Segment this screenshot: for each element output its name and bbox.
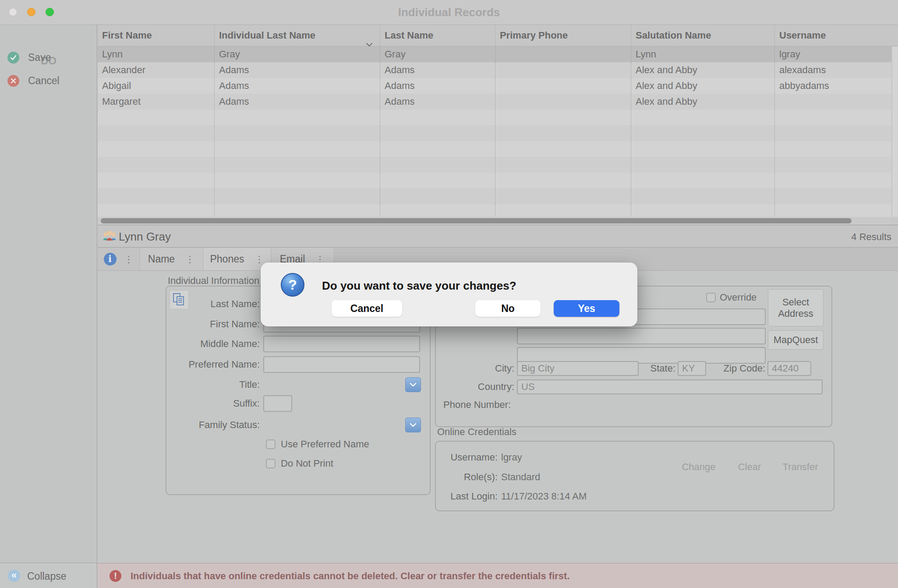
column-header-primary-phone[interactable]: Primary Phone bbox=[495, 25, 631, 46]
tab-label: Name bbox=[148, 253, 175, 265]
record-name: Lynn Gray bbox=[119, 230, 171, 244]
record-header-bar: Lynn Gray 4 Results bbox=[98, 225, 898, 248]
group-title: Individual Information bbox=[168, 275, 259, 287]
field-label: Title: bbox=[98, 376, 260, 393]
family-status-dropdown-button[interactable] bbox=[405, 418, 421, 432]
menu-dots-icon[interactable]: ⋮ bbox=[255, 255, 264, 264]
phone-number-label: Phone Number: bbox=[443, 400, 531, 410]
last-login-value: 11/17/2023 8:14 AM bbox=[501, 491, 587, 502]
chevron-down-icon bbox=[410, 383, 417, 387]
results-count: 4 Results bbox=[851, 231, 891, 243]
vertical-scrollbar[interactable] bbox=[892, 46, 898, 217]
dialog-no-button[interactable]: No bbox=[475, 300, 541, 317]
dialog-title: Do you want to save your changes? bbox=[322, 279, 516, 293]
info-icon[interactable]: i bbox=[104, 253, 117, 266]
title-dropdown-button[interactable] bbox=[405, 377, 421, 392]
zip-code-label: Zip Code: bbox=[712, 361, 765, 376]
use-preferred-name-checkbox[interactable] bbox=[266, 439, 276, 449]
suffix-input[interactable] bbox=[263, 395, 292, 412]
status-bar: ! Individuals that have online credentia… bbox=[98, 563, 898, 588]
cell: Adams bbox=[380, 62, 495, 78]
table-empty-row bbox=[98, 188, 891, 204]
info-segment: i ⋮ bbox=[98, 248, 139, 270]
field-label: First Name: bbox=[98, 316, 260, 333]
cell: Adams bbox=[214, 62, 380, 78]
table-empty-row bbox=[98, 141, 891, 157]
override-checkbox[interactable] bbox=[706, 293, 716, 302]
cell: Alexander bbox=[98, 62, 214, 78]
cell: Alex and Abby bbox=[631, 78, 774, 94]
cell bbox=[495, 94, 631, 110]
clear-button[interactable]: Clear bbox=[728, 461, 771, 473]
username-label: Username: bbox=[428, 452, 498, 463]
override-label: Override bbox=[720, 293, 757, 302]
mapquest-button[interactable]: MapQuest bbox=[768, 330, 824, 350]
city-input[interactable]: Big City bbox=[517, 361, 639, 376]
table-empty-row bbox=[98, 204, 891, 217]
country-input[interactable]: US bbox=[517, 379, 823, 394]
column-header-label: Individual Last Name bbox=[219, 30, 315, 41]
tab-name[interactable]: Name ⋮ bbox=[139, 248, 203, 270]
preferred-name-input[interactable] bbox=[263, 356, 420, 373]
sidebar-item-cancel[interactable]: Cancel bbox=[0, 74, 97, 91]
column-header-individual-last-name[interactable]: Individual Last Name bbox=[214, 25, 380, 46]
cell: Alex and Abby bbox=[631, 62, 774, 78]
sidebar-item-save[interactable]: Save bbox=[0, 50, 97, 68]
dialog-yes-button[interactable]: Yes bbox=[554, 300, 619, 317]
check-circle-icon bbox=[7, 52, 19, 64]
app-window: Individual Records DO Save Cancel « Coll… bbox=[0, 0, 898, 588]
menu-dots-icon[interactable]: ⋮ bbox=[185, 255, 194, 264]
table-body: Lynn Gray Gray Lynn lgray Alexander Adam… bbox=[98, 46, 891, 217]
column-header-salutation-name[interactable]: Salutation Name bbox=[631, 25, 774, 46]
sidebar-item-label: Cancel bbox=[28, 75, 60, 87]
table-empty-row bbox=[98, 173, 891, 188]
save-changes-dialog: ? Do you want to save your changes? Canc… bbox=[261, 262, 637, 326]
address-line-2-input[interactable] bbox=[517, 328, 766, 344]
chevron-down-icon bbox=[410, 423, 417, 427]
collapse-chevrons-icon[interactable]: « bbox=[8, 570, 20, 582]
zip-code-input[interactable]: 44240 bbox=[767, 361, 811, 376]
column-header-first-name[interactable]: First Name bbox=[98, 25, 214, 46]
table-row[interactable]: Abigail Adams Adams Alex and Abby abbyad… bbox=[98, 78, 891, 94]
column-header-last-name[interactable]: Last Name bbox=[380, 25, 495, 46]
tab-label: Phones bbox=[210, 253, 244, 265]
table-empty-row bbox=[98, 125, 891, 141]
cell: Adams bbox=[214, 78, 380, 94]
status-message: Individuals that have online credentials… bbox=[131, 570, 570, 582]
cell: alexadams bbox=[774, 62, 891, 78]
cell bbox=[495, 62, 631, 78]
table-row[interactable]: Alexander Adams Adams Alex and Abby alex… bbox=[98, 62, 891, 78]
middle-name-input[interactable] bbox=[263, 336, 420, 352]
cell: abbyadams bbox=[774, 78, 891, 94]
cell: Adams bbox=[380, 78, 495, 94]
horizontal-scrollbar-thumb[interactable] bbox=[101, 218, 852, 223]
username-value: lgray bbox=[501, 452, 522, 463]
cell bbox=[495, 46, 631, 62]
window-title: Individual Records bbox=[0, 6, 898, 19]
cell: Gray bbox=[214, 46, 380, 62]
table-empty-row bbox=[98, 110, 891, 125]
column-header-username[interactable]: Username bbox=[774, 25, 891, 46]
transfer-button[interactable]: Transfer bbox=[772, 461, 828, 473]
menu-dots-icon[interactable]: ⋮ bbox=[124, 255, 134, 264]
do-not-print-checkbox[interactable] bbox=[266, 459, 276, 468]
cell: Alex and Abby bbox=[631, 94, 774, 110]
checkbox-label: Do Not Print bbox=[281, 459, 333, 468]
select-address-button[interactable]: Select Address bbox=[768, 289, 824, 326]
people-group-icon bbox=[102, 230, 117, 244]
city-label: City: bbox=[457, 361, 514, 376]
roles-value: Standard bbox=[501, 471, 540, 483]
cell bbox=[774, 94, 891, 110]
change-button[interactable]: Change bbox=[672, 461, 726, 473]
cell: Lynn bbox=[631, 46, 774, 62]
table-row-selected[interactable]: Lynn Gray Gray Lynn lgray bbox=[98, 46, 891, 62]
tab-phones[interactable]: Phones ⋮ bbox=[203, 248, 271, 270]
state-input[interactable]: KY bbox=[678, 361, 706, 376]
collapse-label[interactable]: Collapse bbox=[27, 570, 67, 582]
dialog-cancel-button[interactable]: Cancel bbox=[332, 300, 402, 317]
roles-label: Role(s): bbox=[428, 471, 498, 483]
table-row[interactable]: Margaret Adams Adams Alex and Abby bbox=[98, 94, 891, 110]
field-label: Last Name: bbox=[98, 296, 260, 312]
table-header: First Name Individual Last Name Last Nam… bbox=[98, 25, 898, 46]
cell: Gray bbox=[380, 46, 495, 62]
